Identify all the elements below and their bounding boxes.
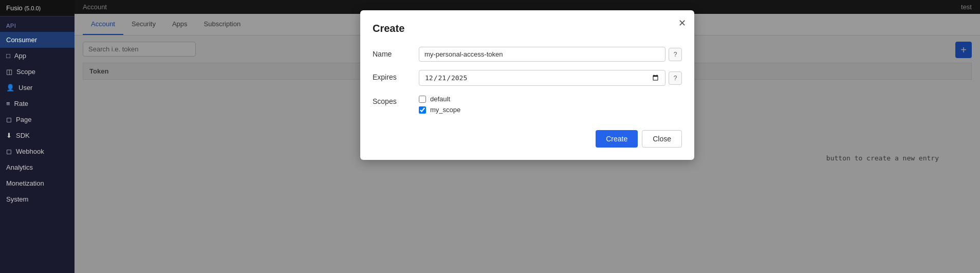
sidebar-section-api: API <box>0 20 75 32</box>
name-label: Name <box>373 47 419 58</box>
expires-help-button[interactable]: ? <box>669 71 682 85</box>
sidebar-item-label-sdk: SDK <box>16 132 30 139</box>
app-name: Fusio <box>6 4 23 12</box>
sidebar-item-label-webhook: Webhook <box>16 148 44 155</box>
sidebar-item-label-user: User <box>19 84 32 92</box>
app-logo: Fusio (5.0.0) <box>0 0 75 16</box>
sidebar-item-webhook[interactable]: ◻ Webhook <box>0 143 75 159</box>
scope-checkbox-default[interactable] <box>419 96 426 103</box>
scope-item-my-scope[interactable]: my_scope <box>419 106 682 114</box>
name-input[interactable] <box>419 47 665 62</box>
sidebar: Fusio (5.0.0) API Consumer □ App ◫ Scope… <box>0 0 75 273</box>
app-icon: □ <box>6 52 10 60</box>
webhook-icon: ◻ <box>6 148 12 155</box>
sidebar-item-system[interactable]: System <box>0 191 75 207</box>
sidebar-item-user[interactable]: 👤 User <box>0 80 75 96</box>
sdk-icon: ⬇ <box>6 132 12 139</box>
name-control-wrap: ? <box>419 47 682 62</box>
sidebar-item-label-consumer: Consumer <box>6 36 37 44</box>
sidebar-item-label-app: App <box>14 52 26 60</box>
form-row-name: Name ? <box>373 47 682 62</box>
form-row-scopes: Scopes default my_scope <box>373 94 682 114</box>
expires-label: Expires <box>373 70 419 81</box>
create-modal: Create ✕ Name ? Expires ? <box>360 10 694 160</box>
app-version: (5.0.0) <box>24 5 41 11</box>
scope-label-my-scope: my_scope <box>430 106 460 114</box>
modal-overlay: Create ✕ Name ? Expires ? <box>75 0 980 273</box>
sidebar-item-label-scope: Scope <box>16 68 35 76</box>
page-icon: ◻ <box>6 116 12 123</box>
modal-title: Create <box>373 23 682 34</box>
sidebar-item-label-page: Page <box>16 116 31 123</box>
form-row-expires: Expires ? <box>373 70 682 86</box>
user-icon: 👤 <box>6 84 14 92</box>
scopes-label: Scopes <box>373 94 419 105</box>
modal-actions: Create Close <box>373 130 682 148</box>
scope-label-default: default <box>430 95 450 103</box>
sidebar-item-page[interactable]: ◻ Page <box>0 112 75 128</box>
expires-control-wrap: ? <box>419 70 682 86</box>
sidebar-item-sdk[interactable]: ⬇ SDK <box>0 128 75 143</box>
sidebar-item-label-rate: Rate <box>14 100 28 107</box>
create-button[interactable]: Create <box>596 130 638 148</box>
sidebar-item-label-system: System <box>6 195 28 203</box>
sidebar-item-analytics[interactable]: Analytics <box>0 159 75 175</box>
sidebar-item-scope[interactable]: ◫ Scope <box>0 64 75 80</box>
sidebar-item-label-analytics: Analytics <box>6 163 33 171</box>
modal-close-button[interactable]: ✕ <box>678 19 686 28</box>
sidebar-item-label-monetization: Monetization <box>6 179 44 187</box>
scope-icon: ◫ <box>6 68 12 76</box>
name-help-button[interactable]: ? <box>669 48 682 61</box>
sidebar-item-monetization[interactable]: Monetization <box>0 175 75 191</box>
sidebar-item-consumer[interactable]: Consumer <box>0 32 75 48</box>
close-button[interactable]: Close <box>642 130 682 148</box>
scope-checkbox-my-scope[interactable] <box>419 106 426 114</box>
rate-icon: ≡ <box>6 100 10 107</box>
sidebar-item-app[interactable]: □ App <box>0 48 75 64</box>
expires-input[interactable] <box>419 70 665 86</box>
main-content: Account test Account Security Apps Subsc… <box>75 0 980 273</box>
scope-item-default[interactable]: default <box>419 95 682 103</box>
sidebar-item-rate[interactable]: ≡ Rate <box>0 96 75 112</box>
scopes-wrap: default my_scope <box>419 94 682 114</box>
